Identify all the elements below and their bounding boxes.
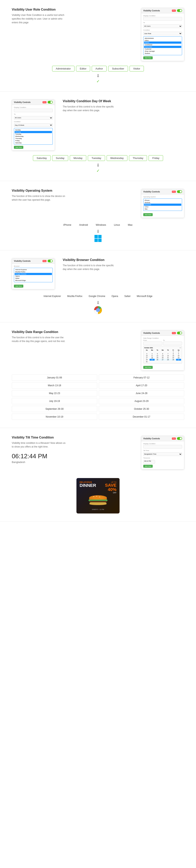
cal-day[interactable]: 10 [144, 355, 149, 357]
mock-toggle-os[interactable] [177, 190, 182, 193]
tag-subscriber[interactable]: Subscriber [108, 66, 128, 71]
tag-saturday[interactable]: Saturday [33, 155, 51, 161]
select-time[interactable]: Bangladesh Time [143, 453, 182, 456]
cal-day[interactable]: 19 [155, 357, 160, 359]
cal-day[interactable]: 17 [144, 357, 149, 359]
cal-day[interactable]: 5 [155, 353, 160, 355]
mock-toggle-dow[interactable] [48, 101, 53, 103]
cal-day[interactable]: 7 [165, 353, 170, 355]
tag-editor[interactable]: Editor [76, 66, 90, 71]
tag-thursday[interactable]: Thursday [129, 155, 147, 161]
add-new-button[interactable]: Add New [143, 56, 153, 59]
add-new-button-browser[interactable]: Add New [14, 285, 23, 287]
list-item-author[interactable]: Author [144, 41, 181, 44]
list-item-tuesday[interactable]: Tuesday [15, 133, 52, 135]
list-item-android[interactable]: Android [144, 202, 181, 204]
list-item-monday[interactable]: Monday [15, 131, 52, 133]
mock-select-to[interactable]: All Users [143, 25, 182, 28]
cal-day[interactable]: 20 [160, 357, 165, 359]
cal-day[interactable] [155, 351, 160, 353]
list-item-friday[interactable]: Friday [15, 140, 52, 142]
tag-opera[interactable]: Opera [110, 294, 119, 298]
tag-firefox[interactable]: Mozilla Firefox [66, 294, 84, 298]
list-item-customer[interactable]: Customer [144, 48, 181, 50]
cal-day[interactable]: 28 [165, 359, 170, 361]
input-from[interactable] [143, 342, 162, 345]
tag-tuesday[interactable]: Tuesday [88, 155, 105, 161]
cal-day[interactable]: 4 [149, 353, 155, 355]
list-item-subscriber[interactable]: Subscriber [144, 46, 181, 48]
cal-day[interactable]: 2 [176, 351, 181, 353]
list-item-wednesday[interactable]: Wednesday [15, 135, 52, 137]
mock-toggle-date[interactable] [177, 332, 182, 334]
tag-monday[interactable]: Monday [70, 155, 86, 161]
input-to-date[interactable] [163, 342, 182, 345]
tag-chrome[interactable]: Google Chrome [87, 294, 107, 298]
cal-day[interactable] [149, 351, 155, 353]
list-item-edge[interactable]: Microsoft Edge [15, 279, 52, 281]
list-item-shop-manager[interactable]: Shop manager [144, 50, 181, 52]
list-item-opera[interactable]: Opera [15, 275, 52, 277]
list-item-sunday[interactable]: Sunday [15, 129, 52, 131]
mock-toggle-time[interactable] [177, 437, 182, 440]
list-item-administrator[interactable]: Administrator [144, 37, 181, 39]
tag-wednesday[interactable]: Wednesday [107, 155, 128, 161]
tag-sunday[interactable]: Sunday [52, 155, 68, 161]
cal-day[interactable]: 13 [160, 355, 165, 357]
list-item-mac[interactable]: Mac [144, 208, 181, 210]
cal-day[interactable]: 8 [171, 353, 176, 355]
list-item-iphone[interactable]: iPhone [144, 199, 181, 202]
add-new-button-date[interactable]: Add New [143, 366, 153, 369]
cal-day-end[interactable]: 30 [176, 359, 181, 361]
cal-day[interactable]: 18 [149, 357, 155, 359]
list-item-contributor[interactable]: Contributor [144, 44, 181, 46]
cal-day[interactable]: 6 [160, 353, 165, 355]
mock-toggle[interactable] [177, 9, 182, 12]
add-new-button-dow[interactable]: Add New [14, 146, 23, 149]
input-time-value[interactable]: 06:12 PM [143, 460, 155, 464]
select-to-dow[interactable]: All Users [14, 116, 53, 120]
tag-mac[interactable]: Mac [126, 223, 134, 227]
list-item-windows[interactable]: Windows [144, 204, 181, 206]
cal-day[interactable]: 15 [171, 355, 176, 357]
list-item-linux[interactable]: Linux [144, 206, 181, 208]
cal-day[interactable] [165, 351, 170, 353]
cal-day[interactable]: 23 [176, 357, 181, 359]
list-item-editor[interactable]: Editor [144, 39, 181, 41]
tag-author[interactable]: Author [92, 66, 107, 71]
cal-day[interactable]: 14 [165, 355, 170, 357]
tag-iphone[interactable]: iPhone [62, 223, 73, 227]
cal-day[interactable]: 27 [160, 359, 165, 361]
add-new-button-os[interactable]: Add New [143, 213, 153, 216]
tag-windows[interactable]: Windows [94, 223, 108, 227]
tag-android[interactable]: Android [78, 223, 90, 227]
cal-prev[interactable]: ‹ [180, 347, 180, 349]
cal-day[interactable]: 29 [171, 359, 176, 361]
cal-day[interactable]: 1 [171, 351, 176, 353]
list-item-safari[interactable]: Safari [15, 277, 52, 279]
cal-day[interactable]: 11 [149, 355, 155, 357]
cal-next[interactable]: › [180, 347, 181, 349]
cal-day[interactable]: 22 [171, 357, 176, 359]
cal-day[interactable]: 9 [176, 353, 181, 355]
list-item-thursday[interactable]: Thursday [15, 137, 52, 140]
tag-ie[interactable]: Internet Explorer [42, 294, 62, 298]
cal-day[interactable]: 3 [144, 353, 149, 355]
cal-day[interactable]: 12 [155, 355, 160, 357]
list-item-chrome[interactable]: Google Chrome [15, 273, 52, 275]
cal-day[interactable]: 24 [144, 359, 149, 361]
cal-day-selected[interactable]: 25 [149, 359, 155, 361]
select-condition-dow[interactable]: Day Of Week [14, 123, 53, 127]
list-item-firefox[interactable]: Mozilla Firefox [15, 271, 52, 273]
cal-day[interactable] [160, 351, 165, 353]
list-item-saturday[interactable]: Saturday [15, 142, 52, 144]
list-item-student[interactable]: Student [144, 52, 181, 55]
tag-edge[interactable]: Microsoft Edge [135, 294, 154, 298]
mock-select-condition[interactable]: User Role [143, 32, 182, 35]
tag-safari[interactable]: Safari [123, 294, 132, 298]
tag-linux[interactable]: Linux [112, 223, 121, 227]
cal-day[interactable]: 26 [155, 359, 160, 361]
cal-day[interactable]: 16 [176, 355, 181, 357]
tag-friday[interactable]: Friday [148, 155, 163, 161]
list-item-ie[interactable]: Internet Explorer [15, 269, 52, 271]
